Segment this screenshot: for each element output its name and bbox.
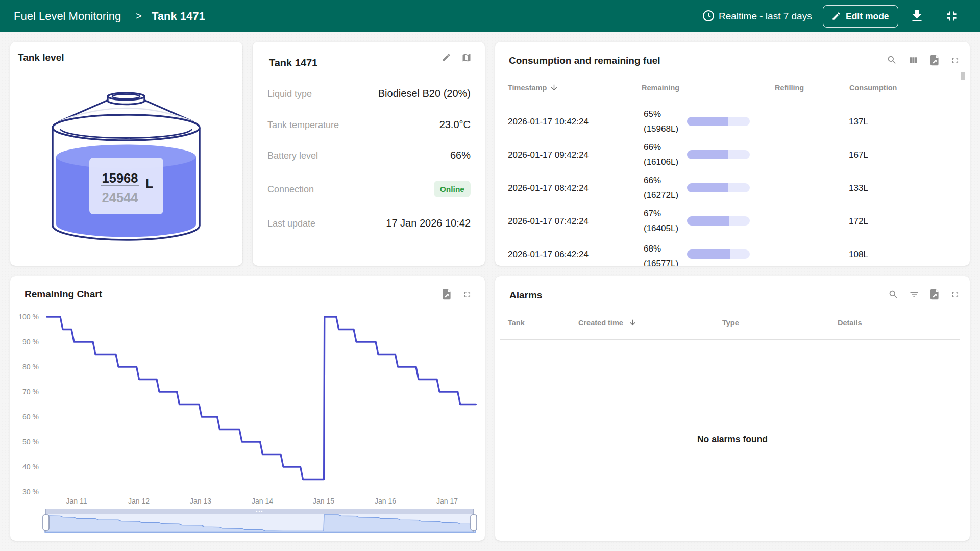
svg-text:Jan 14: Jan 14 xyxy=(252,497,273,505)
svg-text:24544: 24544 xyxy=(102,190,139,205)
svg-text:30 %: 30 % xyxy=(22,488,39,496)
svg-text:70 %: 70 % xyxy=(22,388,39,396)
svg-text:Jan 15: Jan 15 xyxy=(313,497,334,505)
svg-text:90 %: 90 % xyxy=(22,338,39,346)
svg-text:Jan 16: Jan 16 xyxy=(375,497,396,505)
svg-text:Jan 12: Jan 12 xyxy=(128,497,150,505)
svg-text:15968: 15968 xyxy=(102,171,138,185)
svg-text:40 %: 40 % xyxy=(22,463,39,471)
svg-text:50 %: 50 % xyxy=(22,438,39,446)
svg-text:80 %: 80 % xyxy=(22,363,39,371)
svg-text:Jan 17: Jan 17 xyxy=(436,497,458,505)
svg-text:60 %: 60 % xyxy=(22,413,39,421)
svg-text:Jan 13: Jan 13 xyxy=(190,497,211,505)
svg-text:100 %: 100 % xyxy=(18,313,39,321)
svg-text:Jan 11: Jan 11 xyxy=(66,497,87,505)
svg-text:L: L xyxy=(145,177,153,190)
